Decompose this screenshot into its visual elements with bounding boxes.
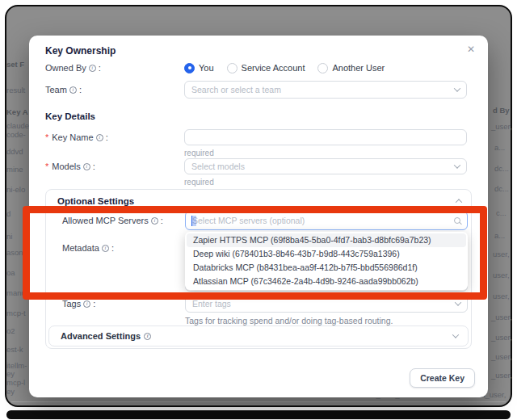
mcp-servers-label-text: Allowed MCP Servers: [62, 216, 149, 225]
radio-unselected-icon[interactable]: [227, 63, 237, 74]
radio-selected-icon[interactable]: [184, 63, 195, 74]
background-table-row-divider: [11, 401, 506, 402]
label-colon: :: [161, 216, 163, 225]
label-colon: :: [99, 63, 101, 73]
background-text-fragment: _user,: [491, 313, 512, 321]
key-ownership-modal: Key Ownership ✕ Owned By i : You Service…: [29, 36, 488, 397]
tags-select-placeholder: Enter tags: [192, 299, 456, 309]
info-icon: i: [83, 163, 90, 170]
info-icon: i: [102, 245, 109, 252]
owned-by-radio-group: You Service Account Another User: [184, 63, 385, 74]
team-select[interactable]: Search or select a team: [184, 81, 467, 99]
mcp-server-option[interactable]: Databricks MCP (b8431bea-aa9f-412b-b7f5-…: [187, 261, 466, 275]
models-row: * Models i : Select models: [45, 158, 467, 174]
key-name-row: * Key Name i :: [45, 129, 467, 145]
team-row: Team i : Search or select a team: [45, 81, 467, 99]
radio-option-another-user[interactable]: Another User: [317, 63, 385, 74]
info-icon: i: [144, 333, 151, 340]
background-text-fragment: mine: [6, 165, 23, 174]
background-text-fragment: a...: [494, 231, 505, 240]
background-text-fragment: mcp-t: [6, 309, 26, 317]
models-label: * Models i :: [45, 162, 184, 171]
tags-help-text: Tags for tracking spend and/or doing tag…: [185, 316, 473, 326]
background-text-fragment: _user,: [491, 371, 512, 380]
modal-title: Key Ownership: [45, 45, 116, 57]
chevron-down-icon: [454, 162, 460, 168]
background-text-fragment: ni: [6, 232, 12, 241]
tags-row: Tags i : Enter tags: [62, 295, 468, 313]
radio-label: Another User: [332, 63, 385, 73]
background-text-fragment: claude: [6, 121, 29, 130]
key-name-label-text: Key Name: [52, 132, 93, 142]
metadata-label: Metadata i :: [62, 243, 201, 253]
team-label: Team i :: [45, 85, 184, 94]
chevron-down-icon: [454, 85, 460, 91]
mcp-server-dropdown: Zapier HTTPS MCP (69f8ba45-5ba0-4fd7-bab…: [185, 232, 468, 290]
mcp-servers-input[interactable]: Select MCP servers (optional): [185, 211, 468, 230]
info-icon: i: [151, 217, 158, 225]
advanced-settings-accordion[interactable]: Advanced Settings i: [48, 326, 469, 346]
text-cursor: [191, 216, 196, 226]
info-icon: i: [69, 86, 77, 94]
radio-label: You: [199, 63, 214, 73]
radio-option-service-account[interactable]: Service Account: [227, 63, 305, 74]
models-label-text: Models: [52, 162, 80, 171]
chevron-up-icon[interactable]: [456, 199, 462, 205]
background-text-fragment: _user,: [491, 352, 512, 361]
background-text-fragment: code-: [6, 130, 26, 139]
background-text-fragment: _user,: [491, 122, 512, 131]
background-text-fragment: d: [6, 209, 11, 218]
owned-by-row: Owned By i : You Service Account Another…: [45, 61, 385, 74]
background-text-fragment: mcp-l: [6, 378, 25, 387]
background-text-fragment: dc...: [494, 164, 509, 173]
info-icon: i: [96, 134, 103, 141]
background-text-fragment: ason2: [6, 248, 27, 257]
background-text-fragment: oa: [6, 268, 15, 277]
mcp-server-option[interactable]: Atlassian MCP (67c3462e-2a4b-4d9b-9246-a…: [187, 275, 466, 288]
models-select-placeholder: Select models: [191, 162, 455, 171]
team-label-text: Team: [45, 85, 67, 94]
owned-by-label-text: Owned By: [45, 63, 86, 73]
team-select-placeholder: Search or select a team: [191, 85, 455, 94]
models-required-note: required: [184, 178, 214, 187]
mcp-servers-row: Allowed MCP Servers i : Select MCP serve…: [62, 211, 468, 230]
mcp-server-option[interactable]: Deep wiki (678401b3-8b46-43b7-b9d8-443c7…: [187, 247, 466, 261]
optional-settings-panel: Optional Settings Allowed MCP Servers i …: [45, 189, 472, 349]
mcp-server-option[interactable]: Zapier HTTPS MCP (69f8ba45-5ba0-4fd7-bab…: [187, 233, 466, 247]
background-text-fragment: c...: [496, 208, 506, 217]
radio-option-you[interactable]: You: [184, 63, 214, 74]
advanced-settings-heading: Advanced Settings: [61, 331, 141, 341]
key-details-heading: Key Details: [45, 111, 95, 121]
screenshot-stage: set FresultKey Aclaudecode-ddvdmineni-el…: [0, 0, 517, 420]
chevron-down-icon[interactable]: [452, 331, 459, 338]
optional-settings-heading: Optional Settings: [57, 196, 134, 206]
label-colon: :: [106, 132, 108, 142]
label-colon: :: [79, 85, 82, 94]
search-icon: [454, 217, 460, 224]
mcp-servers-placeholder: Select MCP servers (optional): [192, 216, 454, 225]
background-text-fragment: dc...: [494, 184, 509, 193]
background-text-fragment: user,: [493, 271, 510, 279]
tags-select[interactable]: Enter tags: [185, 295, 468, 313]
info-icon: i: [83, 300, 90, 308]
close-icon[interactable]: ✕: [467, 44, 475, 55]
tags-label: Tags i :: [62, 299, 185, 309]
create-key-button[interactable]: Create Key: [410, 368, 475, 388]
background-text-fragment: user,: [493, 250, 510, 258]
label-colon: :: [111, 243, 114, 253]
background-text-fragment: a...: [494, 143, 505, 152]
background-text-fragment: user,: [493, 292, 510, 300]
background-text-fragment: est-k: [6, 345, 23, 354]
background-text-fragment: result: [6, 86, 25, 94]
label-colon: :: [93, 299, 95, 309]
background-text-fragment: d By: [493, 106, 510, 115]
background-text-fragment: ddvd: [6, 147, 23, 156]
radio-label: Service Account: [242, 63, 305, 73]
models-select[interactable]: Select models: [184, 158, 467, 174]
optional-settings-header[interactable]: Optional Settings: [57, 195, 461, 208]
background-text-fragment: ey: [6, 369, 15, 378]
key-name-label: * Key Name i :: [45, 132, 184, 142]
key-name-input[interactable]: [184, 129, 467, 145]
radio-unselected-icon[interactable]: [317, 63, 328, 74]
label-colon: :: [93, 162, 95, 171]
